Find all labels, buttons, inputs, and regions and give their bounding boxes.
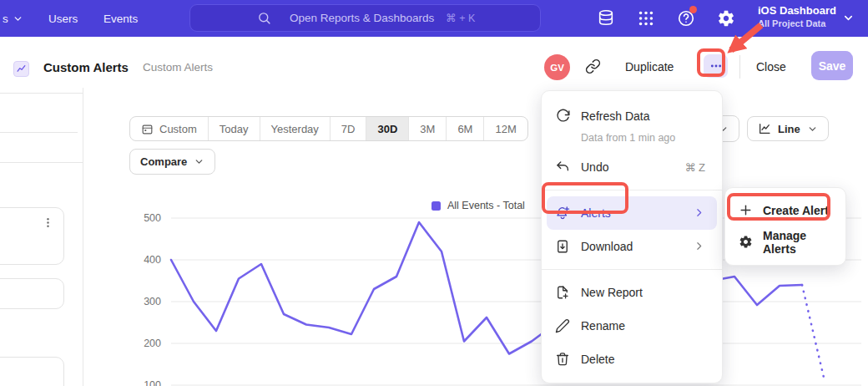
- sidebar-card[interactable]: [0, 357, 64, 386]
- project-switcher[interactable]: iOS Dashboard All Project Data: [758, 4, 836, 28]
- project-scope: All Project Data: [758, 18, 836, 28]
- range-yesterday[interactable]: Yesterday: [260, 117, 330, 140]
- avatar[interactable]: GV: [544, 54, 570, 80]
- bell-plus-icon: [555, 206, 570, 221]
- more-options-button[interactable]: [704, 54, 728, 78]
- chevron-down-icon: [194, 156, 204, 167]
- report-chart-icon: [16, 63, 27, 74]
- menu-item-download[interactable]: Download: [542, 230, 722, 263]
- copy-link-icon[interactable]: [585, 58, 602, 75]
- menu-item-undo[interactable]: Undo⌘ Z: [542, 150, 722, 184]
- sidebar-divider: [0, 93, 83, 94]
- chevron-right-icon: [694, 241, 704, 251]
- sidebar-card[interactable]: [0, 278, 64, 309]
- y-axis-tick: 500: [144, 212, 161, 224]
- range-label: Yesterday: [271, 123, 319, 135]
- chevron-down-icon: [807, 124, 818, 135]
- menu-item-refresh-data[interactable]: Refresh Data: [542, 99, 722, 133]
- range-6m[interactable]: 6M: [446, 117, 483, 140]
- y-axis-tick: 400: [144, 254, 161, 266]
- line-chart-icon: [758, 122, 771, 135]
- apps-grid-icon[interactable]: [637, 9, 655, 28]
- menu-item-subtext: Data from 1 min ago: [581, 132, 722, 144]
- submenu-item-create-alert[interactable]: Create Alert: [725, 195, 845, 226]
- alerts-submenu: Create AlertManage Alerts: [724, 187, 846, 266]
- chart-type-label: Line: [778, 123, 800, 135]
- menu-item-new-report[interactable]: New Report: [542, 276, 722, 309]
- gear-icon: [739, 235, 753, 249]
- submenu-item-manage-alerts[interactable]: Manage Alerts: [725, 226, 845, 258]
- nav-item-label: Users: [48, 13, 78, 25]
- menu-item-label: Download: [581, 240, 633, 253]
- menu-item-alerts[interactable]: Alerts: [547, 196, 717, 230]
- pencil-icon: [555, 318, 570, 333]
- range-label: 30D: [377, 123, 397, 135]
- chevron-down-icon: [13, 13, 23, 24]
- y-axis-tick: 200: [144, 338, 161, 349]
- page-title: Custom Alerts: [43, 60, 129, 74]
- search-icon: [257, 11, 271, 25]
- notification-dot: [689, 6, 697, 13]
- grid-icon: [637, 9, 655, 28]
- range-7d[interactable]: 7D: [330, 117, 366, 140]
- range-label: Today: [220, 123, 249, 135]
- database-icon: [597, 9, 615, 28]
- refresh-icon: [555, 109, 570, 124]
- chevron-down-icon[interactable]: [842, 12, 855, 25]
- menu-divider: [542, 269, 722, 270]
- range-label: 12M: [495, 123, 516, 135]
- range-3m[interactable]: 3M: [408, 117, 446, 140]
- sidebar-card[interactable]: [0, 207, 64, 265]
- range-30d[interactable]: 30D: [366, 117, 408, 140]
- y-axis-tick: 300: [144, 296, 161, 307]
- y-axis-tick: 100: [144, 379, 161, 386]
- search-icon: [257, 11, 271, 25]
- menu-item-label: Undo: [581, 160, 608, 174]
- nav-item-events[interactable]: Events: [103, 0, 138, 37]
- menu-item-delete[interactable]: Delete: [542, 343, 722, 376]
- chevron-right-icon: [694, 207, 704, 218]
- save-button[interactable]: Save: [811, 51, 853, 80]
- kebab-menu-icon[interactable]: [43, 216, 53, 231]
- range-custom[interactable]: Custom: [130, 117, 208, 140]
- nav-item-truncated[interactable]: s: [3, 0, 23, 37]
- chevron-down-icon: [194, 156, 204, 167]
- menu-item-label: Alerts: [581, 206, 611, 220]
- submenu-item-label: Create Alert: [763, 204, 829, 217]
- close-button[interactable]: Close: [756, 60, 786, 74]
- range-label: Custom: [159, 123, 197, 135]
- nav-item-users[interactable]: Users: [48, 0, 78, 37]
- global-search-input[interactable]: Open Reports & Dashboards ⌘ + K: [189, 4, 541, 32]
- menu-item-rename[interactable]: Rename: [542, 309, 722, 343]
- link-icon: [585, 58, 601, 74]
- doc-plus-icon: [555, 285, 570, 300]
- range-label: 3M: [420, 123, 435, 135]
- breadcrumb: Custom Alerts: [143, 61, 213, 74]
- top-navbar: sUsersEvents Open Reports & Dashboards ⌘…: [0, 0, 868, 37]
- chart-type-button[interactable]: Line: [747, 116, 829, 141]
- kebab-icon: [43, 217, 53, 228]
- more-options-menu: Refresh DataData from 1 min agoUndo⌘ ZAl…: [541, 90, 723, 383]
- project-name: iOS Dashboard: [758, 4, 836, 17]
- data-management-icon[interactable]: [597, 9, 615, 28]
- chevron-down-icon: [842, 12, 855, 24]
- legend-swatch: [431, 201, 441, 211]
- chevron-down-icon: [807, 124, 818, 135]
- report-type-icon: [13, 61, 29, 77]
- sidebar-vertical-divider: [83, 88, 83, 386]
- ellipsis-icon: [709, 59, 723, 73]
- settings-gear-icon[interactable]: [717, 9, 735, 28]
- range-12m[interactable]: 12M: [483, 117, 527, 140]
- menu-item-label: Rename: [581, 319, 625, 333]
- header-divider: [739, 55, 740, 79]
- menu-item-label: Delete: [581, 353, 614, 366]
- search-shortcut: ⌘ + K: [446, 12, 475, 24]
- duplicate-button[interactable]: Duplicate: [625, 60, 674, 74]
- trash-icon: [555, 352, 570, 367]
- compare-button[interactable]: Compare: [129, 149, 215, 175]
- search-placeholder: Open Reports & Dashboards: [290, 12, 434, 24]
- chart-legend: All Events - Total: [431, 200, 525, 211]
- date-range-selector: CustomTodayYesterday7D30D3M6M12M: [129, 116, 528, 141]
- undo-icon: [555, 160, 570, 175]
- range-today[interactable]: Today: [208, 117, 260, 140]
